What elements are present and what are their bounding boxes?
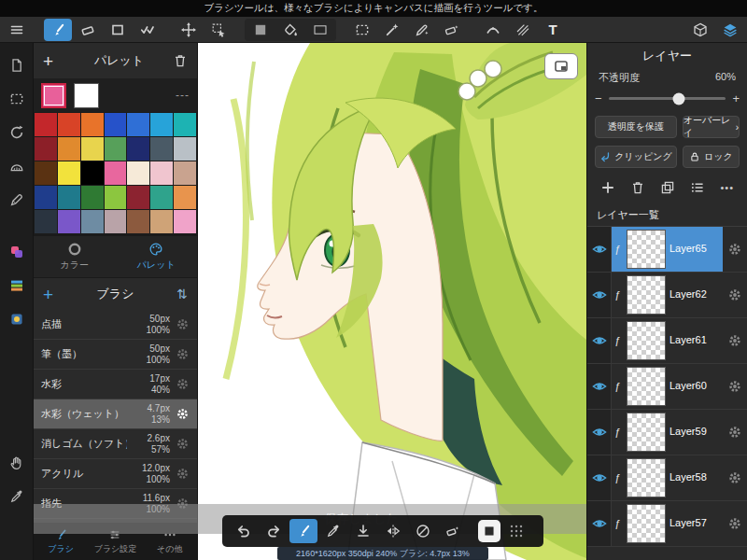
palette-swatch[interactable]: [35, 186, 57, 209]
color-palette-button[interactable]: [6, 241, 28, 263]
brush-item[interactable]: 水彩 17px40%: [34, 370, 197, 399]
marker-button[interactable]: [6, 189, 28, 211]
clear-layer-button[interactable]: [439, 519, 467, 543]
trash-icon[interactable]: [173, 53, 188, 68]
delete-layer-icon[interactable]: [630, 180, 645, 195]
layer-row-selected[interactable]: ƒLayer65: [587, 227, 747, 273]
select-tool-button[interactable]: [348, 19, 376, 41]
visibility-toggle[interactable]: [587, 410, 612, 455]
palette-swatch[interactable]: [58, 137, 80, 161]
opacity-plus-button[interactable]: +: [732, 91, 740, 105]
layer-thumbnail[interactable]: [627, 275, 666, 315]
palette-swatch[interactable]: [58, 113, 80, 136]
brush-item[interactable]: 点描 50px100%: [34, 310, 197, 340]
material-panel-button[interactable]: [686, 19, 714, 41]
layer-settings-button[interactable]: [723, 273, 747, 317]
palette-swatch[interactable]: [58, 161, 80, 185]
brush-item[interactable]: アクリル 12.0px100%: [34, 459, 197, 489]
save-button[interactable]: [349, 519, 377, 543]
gradient-tool-button[interactable]: [306, 19, 334, 41]
palette-swatch[interactable]: [127, 137, 149, 161]
brush-item[interactable]: 消しゴム（ソフト） 2.6px57%: [34, 429, 197, 459]
eyedropper-tool-button[interactable]: [6, 485, 28, 508]
swatch-list-button[interactable]: [6, 274, 28, 297]
palette-swatch[interactable]: [81, 113, 104, 136]
layer-thumbnail[interactable]: [627, 367, 666, 406]
shape-tool-button[interactable]: [104, 19, 132, 41]
select-eraser-button[interactable]: [438, 19, 466, 41]
palette-swatch[interactable]: [81, 210, 104, 233]
palette-swatch[interactable]: [81, 161, 104, 185]
select-rail-button[interactable]: [6, 88, 28, 110]
ruler-button[interactable]: [6, 155, 28, 177]
layers-panel-button[interactable]: [716, 19, 744, 41]
layer-row[interactable]: ƒLayer58: [587, 455, 747, 501]
bucket-tool-button[interactable]: [276, 19, 304, 41]
layer-row[interactable]: ƒLayer60: [587, 364, 747, 410]
palette-swatch[interactable]: [174, 186, 196, 209]
palette-more-label[interactable]: ---: [176, 89, 190, 102]
flip-canvas-button[interactable]: [379, 519, 407, 543]
visibility-toggle[interactable]: [587, 501, 612, 546]
pages-button[interactable]: [6, 54, 28, 77]
layer-settings-button[interactable]: [723, 364, 747, 409]
palette-swatch[interactable]: [150, 137, 173, 161]
visibility-toggle[interactable]: [587, 455, 612, 500]
palette-swatch[interactable]: [58, 186, 80, 209]
snap-curve-button[interactable]: [479, 19, 507, 41]
tab-color[interactable]: カラー: [34, 236, 116, 277]
app-badge-button[interactable]: [478, 520, 500, 542]
visibility-toggle[interactable]: [587, 273, 612, 317]
brush-item-selected[interactable]: 水彩（ウェット） 4.7px13%: [34, 399, 197, 429]
layer-thumbnail[interactable]: [627, 321, 666, 360]
layer-row[interactable]: ƒLayer62: [587, 273, 747, 318]
fill-shape-button[interactable]: [247, 19, 275, 41]
palette-swatch[interactable]: [150, 186, 173, 209]
lock-button[interactable]: ロック: [683, 146, 740, 168]
gear-icon[interactable]: [176, 347, 190, 361]
palette-swatch[interactable]: [105, 210, 127, 233]
hand-tool-button[interactable]: [6, 452, 28, 474]
layer-thumbnail[interactable]: [627, 458, 666, 497]
redo-button[interactable]: [260, 519, 288, 543]
layer-thumbnail[interactable]: [627, 230, 666, 269]
visibility-toggle[interactable]: [587, 364, 612, 409]
layer-settings-button[interactable]: [723, 410, 747, 455]
palette-swatch[interactable]: [127, 186, 149, 209]
selected-color-swatch[interactable]: [41, 83, 66, 108]
quick-eyedropper-button[interactable]: [319, 519, 347, 543]
transform-tool-button[interactable]: [204, 19, 233, 41]
palette-swatch[interactable]: [35, 113, 57, 136]
navigator-button[interactable]: [544, 53, 578, 79]
layer-row[interactable]: ƒLayer61: [587, 318, 747, 364]
magic-wand-button[interactable]: [378, 19, 406, 41]
menu-button[interactable]: [3, 19, 31, 41]
layer-row[interactable]: ƒLayer57: [587, 501, 747, 547]
visibility-toggle[interactable]: [587, 318, 612, 363]
opacity-slider[interactable]: [609, 97, 726, 100]
more-options-button[interactable]: •••: [720, 182, 734, 193]
select-pen-button[interactable]: [408, 19, 436, 41]
canvas[interactable]: [198, 43, 586, 560]
draw-lock-button[interactable]: [409, 519, 437, 543]
palette-swatch[interactable]: [127, 210, 149, 233]
snap-lines-button[interactable]: [509, 19, 537, 41]
add-brush-button[interactable]: +: [43, 286, 65, 303]
blend-mode-button[interactable]: オーバーレイ›: [683, 116, 740, 138]
text-tool-button[interactable]: T: [539, 19, 567, 41]
gear-icon[interactable]: [176, 317, 190, 331]
palette-swatch[interactable]: [35, 210, 57, 233]
sort-brushes-button[interactable]: ⇅: [165, 287, 188, 301]
palette-swatch[interactable]: [174, 113, 196, 136]
layer-settings-button[interactable]: [723, 455, 747, 500]
layer-settings-button[interactable]: [723, 227, 747, 272]
palette-swatch[interactable]: [150, 161, 173, 185]
visibility-toggle[interactable]: [587, 227, 612, 272]
eraser-tool-button[interactable]: [74, 19, 102, 41]
palette-swatch[interactable]: [174, 210, 196, 233]
protect-alpha-button[interactable]: 透明度を保護: [595, 116, 677, 138]
layer-row[interactable]: ƒLayer59: [587, 410, 747, 455]
add-layer-icon[interactable]: [600, 180, 615, 195]
opacity-slider-knob[interactable]: [673, 92, 685, 105]
material-library-button[interactable]: [6, 308, 28, 330]
